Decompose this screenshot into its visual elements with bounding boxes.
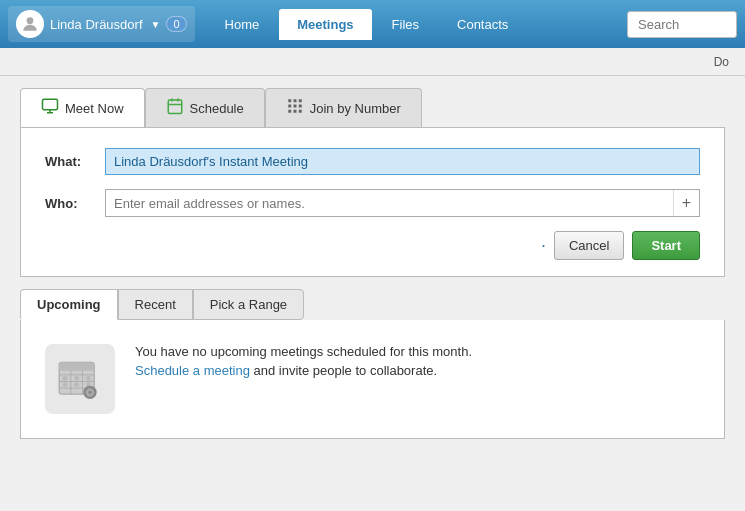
start-button[interactable]: Start (632, 231, 700, 260)
invite-text: and invite people to collaborate. (250, 363, 437, 378)
tab-recent[interactable]: Recent (118, 289, 193, 320)
nav-contacts[interactable]: Contacts (439, 9, 526, 40)
svg-point-32 (88, 391, 91, 394)
nav-meetings[interactable]: Meetings (279, 9, 371, 40)
svg-point-26 (86, 376, 91, 381)
calendar-icon (166, 97, 184, 119)
add-email-button[interactable]: + (673, 190, 699, 216)
svg-rect-16 (299, 110, 302, 113)
tab-meet-now-label: Meet Now (65, 101, 124, 116)
svg-rect-18 (59, 362, 94, 370)
svg-rect-1 (43, 99, 58, 110)
svg-point-27 (63, 382, 68, 387)
svg-rect-13 (299, 105, 302, 108)
who-input[interactable] (106, 191, 673, 216)
upcoming-message: You have no upcoming meetings scheduled … (135, 344, 700, 359)
who-label: Who: (45, 196, 105, 211)
search-input[interactable] (627, 11, 737, 38)
svg-point-0 (27, 17, 34, 24)
notification-badge: 0 (166, 16, 186, 32)
username-label: Linda Dräusdorf (50, 17, 143, 32)
what-input[interactable] (105, 148, 700, 175)
svg-rect-4 (168, 100, 182, 114)
sub-bar-text: Do (714, 55, 729, 69)
nav-files[interactable]: Files (374, 9, 437, 40)
grid-icon (286, 97, 304, 119)
what-row: What: (45, 148, 700, 175)
tab-meet-now[interactable]: Meet Now (20, 88, 145, 127)
schedule-link[interactable]: Schedule a meeting (135, 363, 250, 378)
upcoming-schedule-line: Schedule a meeting and invite people to … (135, 363, 700, 378)
svg-rect-9 (293, 99, 296, 102)
tab-join-by-number[interactable]: Join by Number (265, 88, 422, 127)
who-row: Who: + (45, 189, 700, 217)
section-tabs: Upcoming Recent Pick a Range (20, 289, 725, 320)
svg-rect-12 (293, 105, 296, 108)
upcoming-text: You have no upcoming meetings scheduled … (135, 344, 700, 378)
svg-rect-10 (299, 99, 302, 102)
tab-upcoming[interactable]: Upcoming (20, 289, 118, 320)
email-row: + (105, 189, 700, 217)
meet-now-form: What: Who: + . Cancel Start (20, 127, 725, 277)
form-actions: . Cancel Start (45, 231, 700, 260)
sub-bar: Do (0, 48, 745, 76)
svg-rect-8 (288, 99, 291, 102)
svg-rect-14 (288, 110, 291, 113)
svg-rect-15 (293, 110, 296, 113)
monitor-icon (41, 97, 59, 119)
tab-schedule-label: Schedule (190, 101, 244, 116)
dot-indicator: . (541, 231, 546, 260)
tab-schedule[interactable]: Schedule (145, 88, 265, 127)
main-content: Meet Now Schedule Join by N (0, 76, 745, 511)
topbar-nav: Home Meetings Files Contacts (207, 9, 623, 40)
meeting-tabs: Meet Now Schedule Join by N (20, 88, 725, 127)
svg-point-28 (74, 382, 79, 387)
what-label: What: (45, 154, 105, 169)
user-menu[interactable]: Linda Dräusdorf ▼ 0 (8, 6, 195, 42)
search-container (627, 11, 737, 38)
cancel-button[interactable]: Cancel (554, 231, 624, 260)
avatar (16, 10, 44, 38)
calendar-empty-icon (45, 344, 115, 414)
nav-home[interactable]: Home (207, 9, 278, 40)
svg-point-25 (74, 376, 79, 381)
tab-join-by-number-label: Join by Number (310, 101, 401, 116)
tab-pick-a-range[interactable]: Pick a Range (193, 289, 304, 320)
svg-rect-11 (288, 105, 291, 108)
chevron-down-icon: ▼ (151, 19, 161, 30)
section-tabs-container: Upcoming Recent Pick a Range (20, 289, 725, 439)
topbar: Linda Dräusdorf ▼ 0 Home Meetings Files … (0, 0, 745, 48)
svg-point-24 (63, 376, 68, 381)
upcoming-content: You have no upcoming meetings scheduled … (20, 320, 725, 439)
